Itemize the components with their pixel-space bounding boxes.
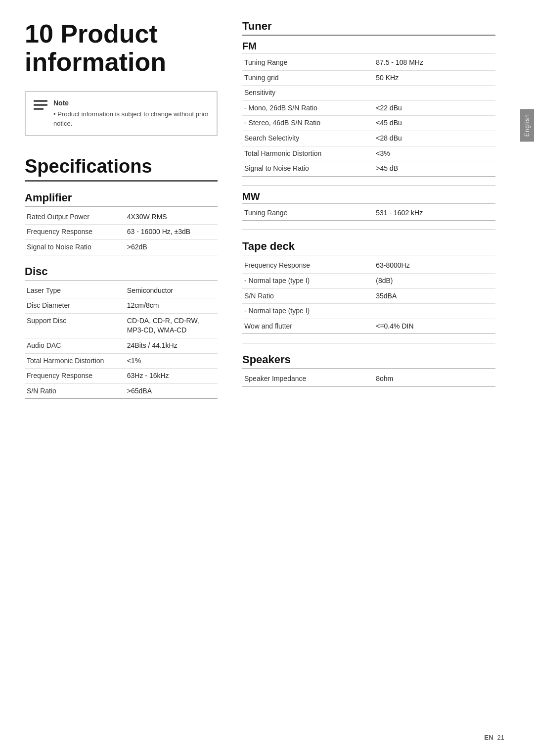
spec-label: Frequency Response [25,369,125,384]
footer: EN 21 [484,734,504,741]
spec-value: 87.5 - 108 MHz [374,55,495,70]
spec-value: 531 - 1602 kHz [374,206,495,221]
table-row: Tuning Range531 - 1602 kHz [242,206,495,221]
footer-en-label: EN [484,734,493,741]
spec-label: Signal to Noise Ratio [25,239,125,255]
spec-value: 12cm/8cm [125,298,218,314]
spec-value: >45 dB [374,161,495,177]
tape-deck-table: Frequency Response63-8000Hz - Normal tap… [242,258,495,334]
table-row: Tuning grid50 KHz [242,70,495,86]
table-row: Total Harmonic Distortion<3% [242,146,495,161]
note-content: Note • Product information is subject to… [53,99,209,128]
note-icon [34,100,47,112]
spec-value: 50 KHz [374,70,495,86]
note-icon-line-2 [34,104,47,106]
left-column: 10 Product information Note • Product in… [25,20,232,736]
table-row: Audio DAC24Bits / 44.1kHz [25,338,218,353]
table-row: - Mono, 26dB S/N Ratio<22 dBu [242,100,495,116]
title-line2: information [25,47,166,76]
note-icon-line-3 [34,108,44,110]
table-row: S/N Ratio>65dBA [25,383,218,399]
table-row: Frequency Response63 - 16000 Hz, ±3dB [25,225,218,240]
amplifier-heading: Amplifier [25,191,218,207]
spec-value: <45 dBu [374,116,495,131]
spec-label: S/N Ratio [242,288,374,304]
side-tab: English [520,109,534,142]
right-column: Tuner FM Tuning Range87.5 - 108 MHzTunin… [232,20,495,736]
table-row: - Normal tape (type I) [242,304,495,319]
spec-label: Audio DAC [25,338,125,353]
spec-value: <22 dBu [374,100,495,116]
spec-value: >62dB [125,239,218,255]
spec-label: - Stereo, 46dB S/N Ratio [242,116,374,131]
spec-label: - Normal tape (type I) [242,273,374,288]
table-row: Total Harmonic Distortion<1% [25,353,218,369]
spec-value: <28 dBu [374,131,495,146]
spec-label: Total Harmonic Distortion [25,353,125,369]
table-row: - Normal tape (type I)(8dB) [242,273,495,288]
spec-label: Tuning grid [242,70,374,86]
spec-label: - Mono, 26dB S/N Ratio [242,100,374,116]
table-row: Signal to Noise Ratio>45 dB [242,161,495,177]
spec-label: S/N Ratio [25,383,125,399]
tuner-heading: Tuner [242,20,495,36]
spec-value: >65dBA [125,383,218,399]
mw-heading: MW [242,191,495,204]
spec-label: - Normal tape (type I) [242,304,374,319]
table-row: Frequency Response63-8000Hz [242,258,495,273]
table-row: Tuning Range87.5 - 108 MHz [242,55,495,70]
spec-value: 63Hz - 16kHz [125,369,218,384]
spec-label: Laser Type [25,284,125,298]
note-icon-line-1 [34,100,47,102]
note-icon-lines [34,100,47,110]
fm-table: Tuning Range87.5 - 108 MHzTuning grid50 … [242,55,495,177]
spec-label: Tuning Range [242,55,374,70]
spec-label: Frequency Response [242,258,374,273]
spec-label: Rated Output Power [25,210,125,225]
specifications-heading: Specifications [25,156,218,182]
fm-heading: FM [242,41,495,53]
spec-label: Disc Diameter [25,298,125,314]
spec-value: <1% [125,353,218,369]
side-tab-label: English [524,114,531,137]
spec-value [374,86,495,101]
spec-value: (8dB) [374,273,495,288]
mw-table: Tuning Range531 - 1602 kHz [242,206,495,221]
spec-value: Semiconductor [125,284,218,298]
spec-label: Frequency Response [25,225,125,240]
spec-value: 4X30W RMS [125,210,218,225]
spec-value: CD-DA, CD-R, CD-RW, MP3-CD, WMA-CD [125,313,218,338]
page-title: 10 Product information [25,20,218,76]
divider-tape [242,230,495,230]
spec-label: Signal to Noise Ratio [242,161,374,177]
page-container: English 10 Product information [0,0,534,756]
spec-label: Tuning Range [242,206,374,221]
tape-deck-heading: Tape deck [242,240,495,255]
table-row: Search Selectivity<28 dBu [242,131,495,146]
table-row: S/N Ratio35dBA [242,288,495,304]
table-row: Disc Diameter12cm/8cm [25,298,218,314]
spec-value: 63-8000Hz [374,258,495,273]
spec-value: 35dBA [374,288,495,304]
table-row: Speaker Impedance8ohm [242,372,495,386]
spec-value: 24Bits / 44.1kHz [125,338,218,353]
table-row: Frequency Response63Hz - 16kHz [25,369,218,384]
table-row: Laser TypeSemiconductor [25,284,218,298]
spec-label: Speaker Impedance [242,372,374,386]
footer-page-number: 21 [497,734,504,741]
spec-label: Search Selectivity [242,131,374,146]
disc-heading: Disc [25,265,218,281]
spec-value [374,304,495,319]
note-title: Note [53,99,209,107]
spec-value: 63 - 16000 Hz, ±3dB [125,225,218,240]
note-text: • Product information is subject to chan… [53,110,209,128]
main-content: 10 Product information Note • Product in… [0,0,534,756]
divider-speakers [242,343,495,343]
spec-label: Total Harmonic Distortion [242,146,374,161]
table-row: Sensitivity [242,86,495,101]
spec-value: <3% [374,146,495,161]
table-row: Rated Output Power4X30W RMS [25,210,218,225]
spec-label: Sensitivity [242,86,374,101]
spec-label: Support Disc [25,313,125,338]
title-line1: 10 Product [25,19,158,48]
